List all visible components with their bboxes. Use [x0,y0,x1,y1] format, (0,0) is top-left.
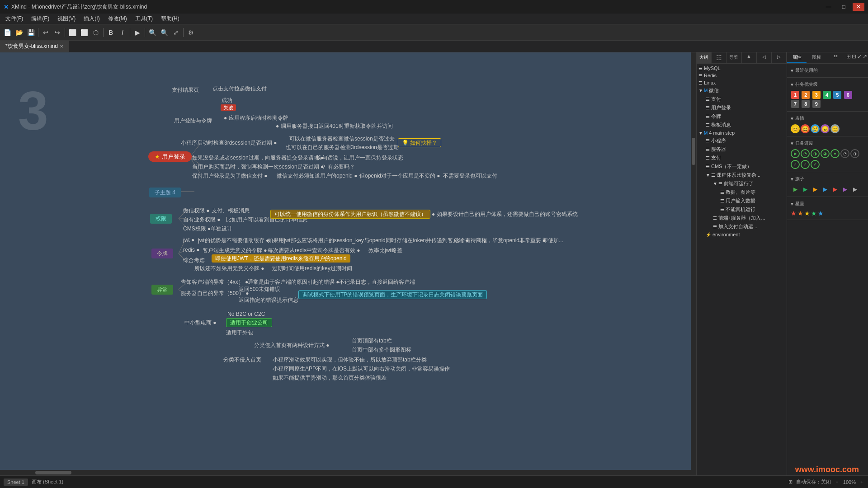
toolbar-zoom-in[interactable]: 🔍 [147,27,158,38]
rp-tab-more[interactable]: ☷ [712,52,726,63]
prog-half[interactable]: ◑ [811,149,820,158]
props-tab-icon[interactable]: 图标 [807,52,826,63]
arr-right7[interactable]: ▶ [850,185,859,194]
toolbar-new[interactable]: 📄 [2,27,13,38]
tree-redis[interactable]: ☰ Redis [697,72,787,79]
tree-add-pay[interactable]: ☰ 加入支付自动运... [697,222,787,231]
prog-quarter[interactable]: ◔ [801,149,810,158]
prog-play[interactable]: ▶ [791,149,800,158]
tree-environment[interactable]: ⚡ environment [697,231,787,238]
star-blue[interactable]: ★ [818,210,824,217]
face-angry[interactable]: 😠 [821,124,830,133]
sheet-tab[interactable]: Sheet 1 [4,479,28,486]
face-happy[interactable]: 😊 [791,124,800,133]
tree-mysql[interactable]: ☰ MySQL [697,65,787,72]
face-sad[interactable]: 😢 [811,124,820,133]
toolbar-italic[interactable]: I [117,27,128,38]
props-star-title[interactable]: ▼ 星星 [789,199,866,209]
node-sub4[interactable]: 子主题 4 [149,189,181,197]
zoom-in-btn[interactable]: ＋ [859,479,864,485]
scrollbar-thumb[interactable] [692,138,695,165]
arr-right3[interactable]: ▶ [811,185,820,194]
tree-miniapp[interactable]: ☰ 小程序 [697,136,787,145]
toolbar-insert-topic[interactable]: ⬜ [67,27,78,38]
menu-tools[interactable]: 工具(T) [132,14,156,23]
props-icon2[interactable]: ⊡ [852,53,856,62]
tree-wechat[interactable]: ▼ M 微信 [697,86,787,95]
toolbar-fit[interactable]: ⤢ [170,27,181,38]
props-priority-title[interactable]: ▼ 任务优先级 [789,80,866,89]
props-recent-title[interactable]: ▼ 最近使用的 [789,66,866,75]
toolbar-insert-sub[interactable]: ⬜ [79,27,90,38]
prog-check1[interactable]: ✓ [791,160,800,169]
node-user-login[interactable]: ★用户登录 [148,153,192,161]
toolbar-undo[interactable]: ↩ [40,27,51,38]
star-orange[interactable]: ★ [797,210,803,217]
toolbar-insert-float[interactable]: ⬡ [90,27,101,38]
priority-7[interactable]: 7 [791,100,799,108]
priority-8[interactable]: 8 [802,100,810,108]
h-scrollbar-thumb[interactable] [35,471,71,474]
vertical-scrollbar[interactable] [691,52,696,475]
tree-user-login[interactable]: ☰ 用户登录 [697,103,787,112]
node-permission[interactable]: 权限 [150,215,172,223]
menu-view[interactable]: 视图(V) [54,14,79,23]
tree-template-msg[interactable]: ☰ 模板消息 [697,121,787,129]
arr-right2[interactable]: ▶ [801,185,810,194]
menu-file[interactable]: 文件(F) [2,14,27,23]
menu-insert[interactable]: 插入(I) [80,14,103,23]
menu-help[interactable]: 帮助(H) [157,14,183,23]
prog-full[interactable]: ● [830,149,840,158]
face-neutral[interactable]: 😐 [830,124,840,133]
arr-right5[interactable]: ▶ [830,185,840,194]
toolbar-open[interactable]: 📂 [14,27,24,38]
props-icon3[interactable]: ↙ [857,53,862,62]
toolbar-save[interactable]: 💾 [25,27,36,38]
props-flag-title[interactable]: ▼ 旗子 [789,174,866,184]
toolbar-redo[interactable]: ↪ [52,27,63,38]
star-red[interactable]: ★ [791,210,797,217]
priority-3[interactable]: 3 [812,91,821,99]
tree-no-real[interactable]: ☰ 不能真机运行 [697,205,787,214]
tree-data-img[interactable]: ☰ 数据、图片等 [697,188,787,197]
prog-h2[interactable]: ◑ [850,149,859,158]
node-token[interactable]: 令牌 [151,250,173,258]
horizontal-scrollbar[interactable] [0,470,691,475]
arr-right4[interactable]: ▶ [821,185,830,194]
priority-1[interactable]: 1 [791,91,799,99]
tree-frontend-server[interactable]: ☰ 前端+服务器（加入... [697,214,787,222]
priority-6[interactable]: 6 [844,91,852,99]
props-tab-more[interactable]: ☷ [826,52,845,63]
priority-2[interactable]: 2 [802,91,810,99]
rp-tab-arrow-left[interactable]: ◁ [757,52,772,63]
arr-right6[interactable]: ▶ [840,185,849,194]
filter-icon[interactable]: ⊞ [788,479,793,485]
props-icon1[interactable]: ⊞ [846,53,851,62]
prog-q2[interactable]: ◔ [840,149,849,158]
tree-user-input[interactable]: ☰ 用户输入数据 [697,197,787,205]
tree-token[interactable]: ☰ 令牌 [697,112,787,121]
prog-3quarter[interactable]: ◕ [821,149,830,158]
priority-5[interactable]: 5 [833,91,841,99]
toolbar-play[interactable]: ▶ [132,27,143,38]
prog-check2[interactable]: ✓ [801,160,810,169]
toolbar-zoom-out[interactable]: 🔍 [159,27,170,38]
tree-pay2[interactable]: ☰ 支付 [697,154,787,162]
zoom-out-btn[interactable]: － [835,479,840,485]
rp-tab-arrow-right[interactable]: ▷ [772,52,787,63]
menu-edit[interactable]: 编辑(E) [28,14,53,23]
tree-frontend-run[interactable]: ▼ ☰ 前端可运行了 [697,179,787,188]
rp-tab-outline[interactable]: 大纲 [697,52,712,63]
star-green[interactable]: ★ [811,210,817,217]
star-yellow[interactable]: ★ [804,210,810,217]
tab-close[interactable]: ✕ [60,44,63,49]
tree-cms[interactable]: ☰ CMS（不一定做） [697,162,787,171]
props-faces-title[interactable]: ▼ 表情 [789,113,866,123]
toolbar-bold[interactable]: B [105,27,116,38]
priority-4[interactable]: 4 [823,91,831,99]
props-tab-attr[interactable]: 属性 [787,52,807,63]
tree-4main[interactable]: ▼ M 4 main step [697,129,787,136]
tree-server[interactable]: ☰ 服务器 [697,145,787,154]
maximize-button[interactable]: □ [839,3,849,11]
props-progress-title[interactable]: ▼ 任务进度 [789,138,866,148]
